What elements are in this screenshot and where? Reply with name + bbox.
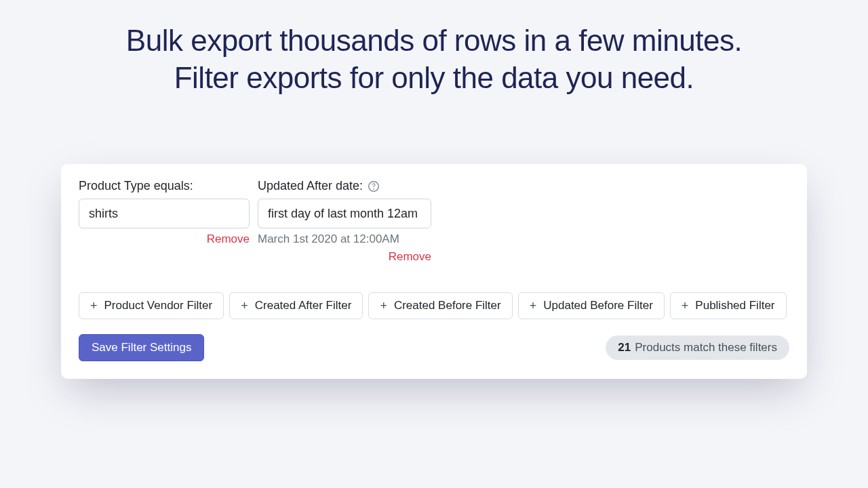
- hero: Bulk export thousands of rows in a few m…: [0, 0, 868, 96]
- updated-after-filter: Updated After date: March 1st 2020 at 12…: [258, 179, 431, 264]
- button-label: Created After Filter: [255, 299, 352, 312]
- add-created-before-filter-button[interactable]: + Created Before Filter: [368, 292, 512, 319]
- button-label: Created Before Filter: [394, 299, 501, 312]
- button-label: Updated Before Filter: [543, 299, 653, 312]
- hero-line-2: Filter exports for only the data you nee…: [174, 61, 694, 94]
- plus-icon: +: [530, 300, 537, 312]
- product-type-filter: Product Type equals: Remove: [79, 179, 250, 264]
- help-icon[interactable]: [368, 181, 379, 192]
- product-type-label: Product Type equals:: [79, 179, 250, 193]
- add-filter-buttons-row: + Product Vendor Filter + Created After …: [79, 292, 789, 319]
- button-label: Published Filter: [695, 299, 774, 312]
- updated-after-remove-link[interactable]: Remove: [389, 250, 431, 264]
- plus-icon: +: [682, 300, 689, 312]
- plus-icon: +: [90, 300, 98, 312]
- hero-heading: Bulk export thousands of rows in a few m…: [0, 22, 868, 96]
- add-created-after-filter-button[interactable]: + Created After Filter: [229, 292, 363, 319]
- match-count-text: Products match these filters: [635, 341, 777, 354]
- updated-after-label-text: Updated After date:: [258, 179, 363, 193]
- match-count-number: 21: [618, 341, 631, 354]
- add-published-filter-button[interactable]: + Published Filter: [670, 292, 787, 319]
- card-footer: Save Filter Settings 21 Products match t…: [79, 334, 789, 361]
- button-label: Product Vendor Filter: [104, 299, 213, 312]
- updated-after-resolved-date: March 1st 2020 at 12:00AM: [258, 232, 431, 246]
- hero-line-1: Bulk export thousands of rows in a few m…: [126, 24, 742, 57]
- match-count-pill: 21 Products match these filters: [606, 336, 789, 360]
- active-filters-row: Product Type equals: Remove Updated Afte…: [79, 179, 789, 264]
- product-type-remove-link[interactable]: Remove: [207, 232, 250, 246]
- plus-icon: +: [380, 300, 387, 312]
- save-filter-settings-button[interactable]: Save Filter Settings: [79, 334, 204, 361]
- plus-icon: +: [241, 300, 248, 312]
- product-type-input[interactable]: [79, 199, 250, 228]
- updated-after-label: Updated After date:: [258, 179, 431, 193]
- filter-card: Product Type equals: Remove Updated Afte…: [61, 164, 807, 379]
- add-product-vendor-filter-button[interactable]: + Product Vendor Filter: [79, 292, 224, 319]
- add-updated-before-filter-button[interactable]: + Updated Before Filter: [518, 292, 665, 319]
- updated-after-input[interactable]: [258, 199, 431, 228]
